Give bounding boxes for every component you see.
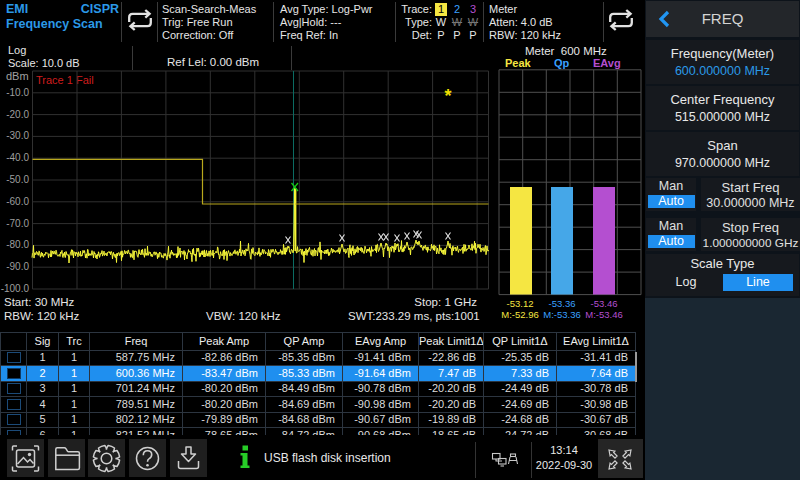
svg-text:*: *: [444, 86, 451, 106]
